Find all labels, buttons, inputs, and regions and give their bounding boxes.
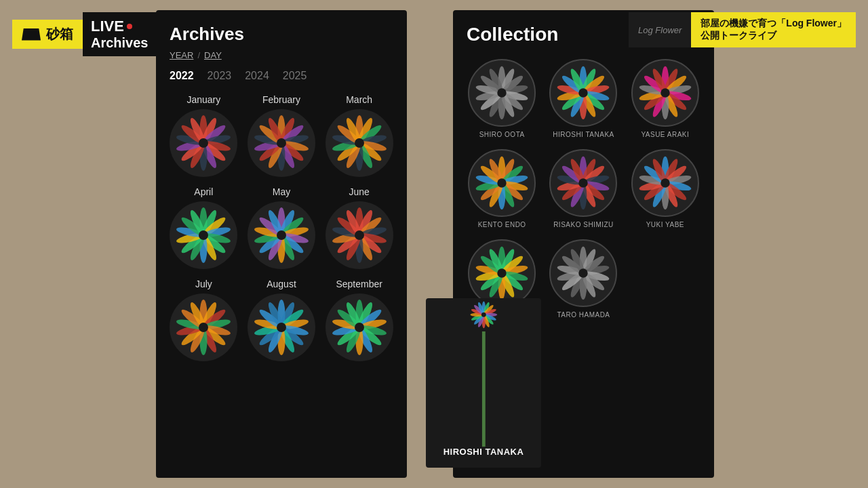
japanese-line1: 部屋の機嫌で育つ「Log Flower」 bbox=[701, 18, 846, 30]
month-label: March bbox=[346, 94, 372, 105]
month-label: June bbox=[349, 186, 369, 197]
month-label: August bbox=[267, 279, 296, 289]
year-day-nav: YEAR / DAY bbox=[170, 50, 393, 60]
collector-item[interactable]: YASUE ARAKI bbox=[630, 59, 701, 138]
collector-circle[interactable] bbox=[468, 149, 536, 217]
collector-circle[interactable] bbox=[549, 149, 617, 217]
svg-point-104 bbox=[199, 323, 208, 332]
collector-item[interactable]: TARO HAMADA bbox=[548, 239, 618, 319]
svg-point-271 bbox=[481, 312, 486, 317]
sandbox-text: 砂箱 bbox=[46, 25, 73, 43]
year-tabs: 2022 2023 2024 2025 bbox=[170, 70, 393, 82]
collector-circle[interactable] bbox=[549, 59, 617, 127]
month-item[interactable]: February bbox=[248, 94, 316, 177]
month-label: February bbox=[262, 94, 300, 105]
collector-name: TARO HAMADA bbox=[557, 311, 610, 319]
svg-point-29 bbox=[277, 138, 286, 148]
flower-circle[interactable] bbox=[170, 201, 237, 269]
flower-circle[interactable] bbox=[248, 109, 315, 177]
month-label: May bbox=[273, 186, 290, 197]
top-badge: 砂箱 LIVE Archives bbox=[12, 12, 157, 56]
collector-name: KENTO ENDO bbox=[478, 221, 526, 228]
collector-circle[interactable] bbox=[468, 59, 536, 127]
flower-circle[interactable] bbox=[170, 293, 237, 361]
svg-point-119 bbox=[277, 323, 286, 332]
month-item[interactable]: March bbox=[325, 94, 393, 177]
collector-name: YASUE ARAKI bbox=[641, 131, 689, 138]
svg-point-59 bbox=[199, 230, 208, 240]
panel-title: Archives bbox=[170, 24, 393, 45]
svg-point-194 bbox=[497, 178, 506, 187]
flower-circle[interactable] bbox=[326, 293, 393, 361]
flower-circle[interactable] bbox=[248, 293, 315, 361]
year-tab-2025[interactable]: 2025 bbox=[283, 70, 307, 82]
collector-name: RISAKO SHIMIZU bbox=[553, 221, 614, 228]
sandbox-logo: 砂箱 bbox=[12, 20, 83, 49]
live-dot bbox=[127, 24, 132, 29]
collector-item[interactable]: HIROSHI TANAKA bbox=[548, 59, 618, 138]
collector-item[interactable]: KENTO ENDO bbox=[467, 149, 537, 228]
year-tab-2022[interactable]: 2022 bbox=[170, 70, 194, 82]
month-item[interactable]: April bbox=[170, 186, 238, 269]
japanese-text-box: 部屋の機嫌で育つ「Log Flower」 公開トークライブ bbox=[691, 12, 856, 47]
svg-point-224 bbox=[660, 178, 669, 187]
popup-name: HIROSHI TANAKA bbox=[443, 447, 524, 457]
svg-point-134 bbox=[355, 323, 364, 332]
flower-circle[interactable] bbox=[248, 201, 315, 269]
flower-circle[interactable] bbox=[326, 201, 393, 269]
collector-item[interactable]: SHIRO OOTA bbox=[467, 59, 537, 138]
month-label: January bbox=[186, 94, 220, 105]
year-tab-2024[interactable]: 2024 bbox=[245, 70, 269, 82]
month-item[interactable]: June bbox=[325, 186, 393, 269]
nav-year[interactable]: YEAR bbox=[170, 50, 193, 60]
logflower-logo-text: Log Flower bbox=[638, 25, 682, 35]
month-label: July bbox=[195, 279, 212, 289]
collector-circle[interactable] bbox=[631, 149, 699, 217]
flower-circle[interactable] bbox=[326, 109, 393, 177]
archives-text: Archives bbox=[91, 35, 149, 51]
sandbox-icon bbox=[22, 28, 41, 41]
nav-sep: / bbox=[197, 50, 200, 60]
popup-card: HIROSHI TANAKA bbox=[426, 298, 541, 468]
logflower-label: Log Flower bbox=[629, 12, 691, 47]
svg-point-44 bbox=[355, 138, 364, 148]
svg-point-74 bbox=[277, 230, 286, 240]
live-text: LIVE bbox=[91, 18, 124, 35]
collector-circle[interactable] bbox=[549, 239, 617, 307]
svg-point-254 bbox=[579, 268, 588, 277]
month-item[interactable]: July bbox=[170, 279, 238, 361]
svg-point-14 bbox=[199, 138, 208, 148]
collector-item[interactable]: YUKI YABE bbox=[630, 149, 701, 228]
month-item[interactable]: September bbox=[325, 279, 393, 361]
month-item[interactable]: August bbox=[248, 279, 316, 361]
flower-circle[interactable] bbox=[170, 109, 237, 177]
year-tab-2023[interactable]: 2023 bbox=[208, 70, 232, 82]
months-grid: JanuaryFebruaryMarchAprilMayJuneJulyAugu… bbox=[170, 94, 393, 361]
month-label: April bbox=[194, 186, 213, 197]
left-panel: Archives YEAR / DAY 2022 2023 2024 2025 … bbox=[156, 10, 407, 478]
collector-name: YUKI YABE bbox=[646, 221, 684, 228]
live-badge: LIVE Archives bbox=[83, 12, 157, 56]
collector-circle[interactable] bbox=[468, 239, 536, 307]
svg-point-179 bbox=[660, 88, 669, 97]
month-label: September bbox=[336, 279, 382, 289]
collector-item[interactable]: RISAKO SHIMIZU bbox=[548, 149, 618, 228]
collection-grid: SHIRO OOTAHIROSHI TANAKAYASUE ARAKIKENTO… bbox=[467, 59, 701, 319]
month-item[interactable]: May bbox=[248, 186, 316, 269]
collector-name: HIROSHI TANAKA bbox=[553, 131, 614, 138]
top-right-overlay: Log Flower 部屋の機嫌で育つ「Log Flower」 公開トークライブ bbox=[629, 12, 856, 47]
svg-point-89 bbox=[355, 230, 364, 240]
svg-point-239 bbox=[497, 268, 506, 277]
japanese-line2: 公開トークライブ bbox=[701, 30, 846, 42]
nav-day[interactable]: DAY bbox=[204, 50, 222, 60]
svg-point-209 bbox=[579, 178, 588, 187]
svg-point-149 bbox=[497, 88, 506, 97]
svg-point-164 bbox=[579, 88, 588, 97]
collector-circle[interactable] bbox=[631, 59, 699, 127]
popup-flower bbox=[433, 298, 534, 447]
collector-name: SHIRO OOTA bbox=[479, 131, 525, 138]
month-item[interactable]: January bbox=[170, 94, 238, 177]
